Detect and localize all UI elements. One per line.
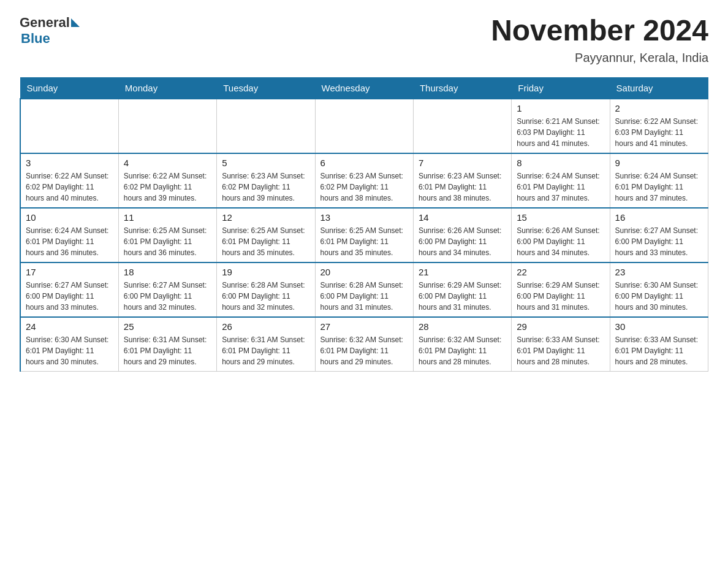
day-info: Sunrise: 6:28 AM Sunset: 6:00 PM Dayligh… [320, 280, 408, 313]
calendar-day-cell: 12Sunrise: 6:25 AM Sunset: 6:01 PM Dayli… [217, 208, 315, 262]
day-number: 2 [615, 103, 703, 113]
calendar-day-cell [217, 99, 315, 153]
logo: General Blue [20, 15, 81, 47]
calendar-week-row: 10Sunrise: 6:24 AM Sunset: 6:01 PM Dayli… [20, 208, 708, 262]
calendar-day-cell: 25Sunrise: 6:31 AM Sunset: 6:01 PM Dayli… [118, 317, 216, 372]
calendar-header-row: SundayMondayTuesdayWednesdayThursdayFrid… [20, 77, 708, 99]
day-info: Sunrise: 6:24 AM Sunset: 6:01 PM Dayligh… [26, 225, 113, 258]
day-info: Sunrise: 6:27 AM Sunset: 6:00 PM Dayligh… [124, 280, 211, 313]
calendar-week-row: 1Sunrise: 6:21 AM Sunset: 6:03 PM Daylig… [20, 99, 708, 153]
day-number: 27 [320, 321, 408, 332]
day-info: Sunrise: 6:24 AM Sunset: 6:01 PM Dayligh… [517, 170, 604, 204]
day-number: 10 [26, 212, 113, 223]
day-info: Sunrise: 6:27 AM Sunset: 6:00 PM Dayligh… [26, 280, 113, 313]
day-info: Sunrise: 6:25 AM Sunset: 6:01 PM Dayligh… [222, 225, 309, 258]
day-number: 22 [517, 267, 604, 277]
day-info: Sunrise: 6:24 AM Sunset: 6:01 PM Dayligh… [615, 170, 703, 204]
day-number: 16 [615, 212, 703, 223]
calendar-week-row: 17Sunrise: 6:27 AM Sunset: 6:00 PM Dayli… [20, 262, 708, 317]
calendar-day-cell: 29Sunrise: 6:33 AM Sunset: 6:01 PM Dayli… [512, 317, 610, 372]
day-number: 14 [419, 212, 506, 223]
calendar-day-cell: 16Sunrise: 6:27 AM Sunset: 6:00 PM Dayli… [610, 208, 708, 262]
day-number: 15 [517, 212, 604, 223]
calendar-day-cell: 27Sunrise: 6:32 AM Sunset: 6:01 PM Dayli… [315, 317, 413, 372]
calendar-day-cell: 24Sunrise: 6:30 AM Sunset: 6:01 PM Dayli… [20, 317, 118, 372]
calendar-day-cell: 23Sunrise: 6:30 AM Sunset: 6:00 PM Dayli… [610, 262, 708, 317]
day-of-week-header: Friday [512, 77, 610, 99]
calendar-day-cell: 20Sunrise: 6:28 AM Sunset: 6:00 PM Dayli… [315, 262, 413, 317]
day-info: Sunrise: 6:22 AM Sunset: 6:02 PM Dayligh… [124, 170, 211, 204]
calendar-day-cell: 11Sunrise: 6:25 AM Sunset: 6:01 PM Dayli… [118, 208, 216, 262]
calendar-day-cell: 9Sunrise: 6:24 AM Sunset: 6:01 PM Daylig… [610, 153, 708, 208]
day-number: 9 [615, 158, 703, 168]
day-info: Sunrise: 6:28 AM Sunset: 6:00 PM Dayligh… [222, 280, 309, 313]
day-number: 19 [222, 267, 309, 277]
day-info: Sunrise: 6:30 AM Sunset: 6:01 PM Dayligh… [26, 334, 113, 367]
calendar-day-cell: 19Sunrise: 6:28 AM Sunset: 6:00 PM Dayli… [217, 262, 315, 317]
calendar-day-cell: 8Sunrise: 6:24 AM Sunset: 6:01 PM Daylig… [512, 153, 610, 208]
calendar-day-cell: 6Sunrise: 6:23 AM Sunset: 6:02 PM Daylig… [315, 153, 413, 208]
calendar-day-cell: 3Sunrise: 6:22 AM Sunset: 6:02 PM Daylig… [20, 153, 118, 208]
calendar-day-cell: 1Sunrise: 6:21 AM Sunset: 6:03 PM Daylig… [512, 99, 610, 153]
day-number: 20 [320, 267, 408, 277]
day-number: 23 [615, 267, 703, 277]
day-number: 5 [222, 158, 309, 168]
day-of-week-header: Thursday [413, 77, 511, 99]
page-header: General Blue November 2024 Payyannur, Ke… [20, 15, 708, 65]
day-info: Sunrise: 6:29 AM Sunset: 6:00 PM Dayligh… [419, 280, 506, 313]
calendar-title: November 2024 [491, 15, 708, 47]
calendar-day-cell: 17Sunrise: 6:27 AM Sunset: 6:00 PM Dayli… [20, 262, 118, 317]
calendar-day-cell: 14Sunrise: 6:26 AM Sunset: 6:00 PM Dayli… [413, 208, 511, 262]
day-info: Sunrise: 6:31 AM Sunset: 6:01 PM Dayligh… [124, 334, 211, 367]
day-of-week-header: Sunday [20, 77, 118, 99]
calendar-subtitle: Payyannur, Kerala, India [491, 51, 708, 65]
day-info: Sunrise: 6:22 AM Sunset: 6:03 PM Dayligh… [615, 116, 703, 149]
calendar-day-cell [118, 99, 216, 153]
day-info: Sunrise: 6:33 AM Sunset: 6:01 PM Dayligh… [517, 334, 604, 367]
day-info: Sunrise: 6:23 AM Sunset: 6:02 PM Dayligh… [320, 170, 408, 204]
logo-triangle-icon [71, 18, 80, 27]
day-info: Sunrise: 6:25 AM Sunset: 6:01 PM Dayligh… [124, 225, 211, 258]
day-number: 29 [517, 321, 604, 332]
day-info: Sunrise: 6:26 AM Sunset: 6:00 PM Dayligh… [517, 225, 604, 258]
day-number: 28 [419, 321, 506, 332]
calendar-day-cell: 13Sunrise: 6:25 AM Sunset: 6:01 PM Dayli… [315, 208, 413, 262]
day-info: Sunrise: 6:32 AM Sunset: 6:01 PM Dayligh… [419, 334, 506, 367]
day-info: Sunrise: 6:30 AM Sunset: 6:00 PM Dayligh… [615, 280, 703, 313]
day-info: Sunrise: 6:29 AM Sunset: 6:00 PM Dayligh… [517, 280, 604, 313]
calendar-day-cell: 2Sunrise: 6:22 AM Sunset: 6:03 PM Daylig… [610, 99, 708, 153]
logo-blue-text: Blue [21, 31, 50, 47]
day-info: Sunrise: 6:25 AM Sunset: 6:01 PM Dayligh… [320, 225, 408, 258]
day-of-week-header: Tuesday [217, 77, 315, 99]
day-info: Sunrise: 6:32 AM Sunset: 6:01 PM Dayligh… [320, 334, 408, 367]
day-info: Sunrise: 6:26 AM Sunset: 6:00 PM Dayligh… [419, 225, 506, 258]
calendar-day-cell [413, 99, 511, 153]
day-of-week-header: Saturday [610, 77, 708, 99]
day-of-week-header: Monday [118, 77, 216, 99]
day-number: 24 [26, 321, 113, 332]
day-number: 17 [26, 267, 113, 277]
day-info: Sunrise: 6:33 AM Sunset: 6:01 PM Dayligh… [615, 334, 703, 367]
day-number: 1 [517, 103, 604, 113]
calendar-day-cell: 5Sunrise: 6:23 AM Sunset: 6:02 PM Daylig… [217, 153, 315, 208]
calendar-day-cell: 21Sunrise: 6:29 AM Sunset: 6:00 PM Dayli… [413, 262, 511, 317]
calendar-day-cell: 10Sunrise: 6:24 AM Sunset: 6:01 PM Dayli… [20, 208, 118, 262]
calendar-day-cell: 22Sunrise: 6:29 AM Sunset: 6:00 PM Dayli… [512, 262, 610, 317]
calendar-day-cell: 18Sunrise: 6:27 AM Sunset: 6:00 PM Dayli… [118, 262, 216, 317]
day-number: 8 [517, 158, 604, 168]
calendar-day-cell: 7Sunrise: 6:23 AM Sunset: 6:01 PM Daylig… [413, 153, 511, 208]
day-info: Sunrise: 6:21 AM Sunset: 6:03 PM Dayligh… [517, 116, 604, 149]
calendar-day-cell: 15Sunrise: 6:26 AM Sunset: 6:00 PM Dayli… [512, 208, 610, 262]
calendar-week-row: 24Sunrise: 6:30 AM Sunset: 6:01 PM Dayli… [20, 317, 708, 372]
calendar-day-cell: 4Sunrise: 6:22 AM Sunset: 6:02 PM Daylig… [118, 153, 216, 208]
calendar-day-cell [20, 99, 118, 153]
calendar-day-cell: 30Sunrise: 6:33 AM Sunset: 6:01 PM Dayli… [610, 317, 708, 372]
day-number: 11 [124, 212, 211, 223]
day-number: 13 [320, 212, 408, 223]
calendar-day-cell: 28Sunrise: 6:32 AM Sunset: 6:01 PM Dayli… [413, 317, 511, 372]
calendar-table: SundayMondayTuesdayWednesdayThursdayFrid… [20, 77, 708, 372]
day-number: 30 [615, 321, 703, 332]
day-info: Sunrise: 6:23 AM Sunset: 6:02 PM Dayligh… [222, 170, 309, 204]
calendar-day-cell: 26Sunrise: 6:31 AM Sunset: 6:01 PM Dayli… [217, 317, 315, 372]
day-of-week-header: Wednesday [315, 77, 413, 99]
